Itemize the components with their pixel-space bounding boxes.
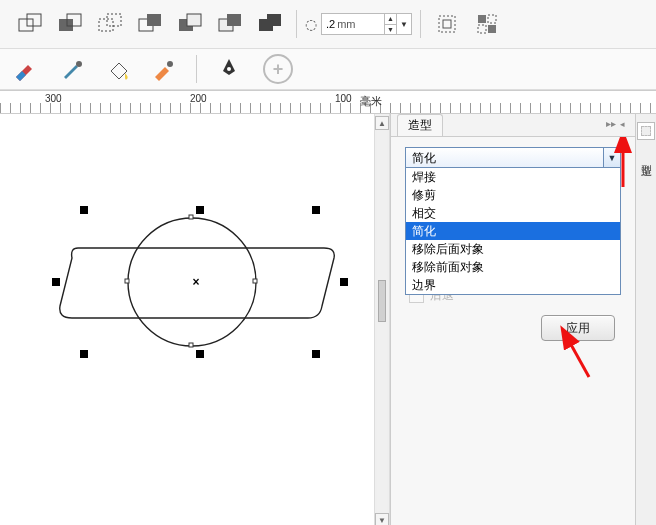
svg-rect-30 xyxy=(189,343,193,347)
outline-width-dropdown[interactable]: ▼ xyxy=(397,13,412,35)
ruler-tick-300: 300 xyxy=(45,93,62,104)
svg-point-25 xyxy=(227,67,231,71)
vertical-scrollbar[interactable]: ▲ ▼ xyxy=(374,114,390,525)
svg-rect-2 xyxy=(59,19,73,31)
svg-rect-1 xyxy=(27,14,41,26)
selection-center-icon: × xyxy=(192,275,199,289)
group-toggle-icon[interactable] xyxy=(469,6,505,42)
svg-line-32 xyxy=(569,341,589,377)
pen-tool-icon[interactable] xyxy=(211,51,247,87)
option-weld[interactable]: 焊接 xyxy=(406,168,620,186)
outline-width-unit: mm xyxy=(335,18,355,30)
svg-rect-27 xyxy=(189,215,193,219)
selection-handle[interactable] xyxy=(196,350,204,358)
svg-rect-5 xyxy=(107,14,121,26)
option-trim[interactable]: 修剪 xyxy=(406,186,620,204)
svg-rect-0 xyxy=(19,19,33,31)
shaping-mode-value: 简化 xyxy=(412,150,436,167)
shaping-mode-dropdown[interactable]: 焊接 修剪 相交 简化 移除后面对象 移除前面对象 边界 xyxy=(405,167,621,295)
svg-rect-19 xyxy=(488,15,496,23)
svg-rect-17 xyxy=(488,25,496,33)
svg-rect-11 xyxy=(227,14,241,26)
selection-handle[interactable] xyxy=(340,278,348,286)
svg-rect-28 xyxy=(125,279,129,283)
svg-rect-16 xyxy=(478,15,486,23)
outline-width-field[interactable]: .2 mm ▲▼ xyxy=(321,13,397,35)
trim-icon[interactable] xyxy=(52,6,88,42)
selection-handle[interactable] xyxy=(312,206,320,214)
weld-icon[interactable] xyxy=(12,6,48,42)
outline-width-stepper[interactable]: ▲▼ xyxy=(384,14,396,34)
simplify-icon[interactable] xyxy=(132,6,168,42)
selection-handle[interactable] xyxy=(52,278,60,286)
svg-rect-13 xyxy=(267,14,281,26)
shaping-mode-combo[interactable]: 简化 ▼ xyxy=(405,147,621,169)
color-swap-icon[interactable] xyxy=(146,51,182,87)
svg-rect-18 xyxy=(478,25,486,33)
side-tab-shaping[interactable]: 造型 xyxy=(637,150,656,162)
svg-rect-29 xyxy=(253,279,257,283)
side-tab-icon[interactable] xyxy=(637,122,655,140)
back-minus-front-icon[interactable] xyxy=(212,6,248,42)
scroll-down-icon[interactable]: ▼ xyxy=(375,513,389,525)
scroll-up-icon[interactable]: ▲ xyxy=(375,116,389,130)
option-boundary[interactable]: 边界 xyxy=(406,276,620,294)
option-simplify[interactable]: 简化 xyxy=(406,222,620,240)
svg-rect-7 xyxy=(147,14,161,26)
svg-rect-9 xyxy=(187,14,201,26)
apply-button[interactable]: 应用 xyxy=(541,315,615,341)
dropper-fill-icon[interactable] xyxy=(8,51,44,87)
toolbar-tools: + xyxy=(0,49,656,90)
svg-marker-23 xyxy=(155,67,169,81)
canvas[interactable]: × xyxy=(0,114,374,525)
ruler-unit: 毫米 xyxy=(360,94,382,109)
selection-handle[interactable] xyxy=(80,206,88,214)
ruler-tick-200: 200 xyxy=(190,93,207,104)
selection-handle[interactable] xyxy=(80,350,88,358)
option-remove-back[interactable]: 移除后面对象 xyxy=(406,240,620,258)
scroll-thumb[interactable] xyxy=(378,280,386,322)
docker-flyout-icon[interactable]: ▸▸ ◂ xyxy=(606,118,625,129)
paint-bucket-icon[interactable] xyxy=(100,51,136,87)
shaping-docker: 造型 ▸▸ ◂ 简化 ▼ 焊接 修剪 相交 简化 移除后面对象 移除前面对象 边… xyxy=(390,114,656,525)
svg-rect-14 xyxy=(439,16,455,32)
snap-toggle-icon[interactable] xyxy=(429,6,465,42)
separator xyxy=(196,55,197,83)
svg-rect-4 xyxy=(99,19,113,31)
eyedropper-icon[interactable] xyxy=(54,51,90,87)
scroll-track[interactable] xyxy=(377,130,387,513)
outline-width-value: .2 xyxy=(326,18,335,30)
tab-shaping[interactable]: 造型 xyxy=(397,114,443,136)
intersect-icon[interactable] xyxy=(92,6,128,42)
apply-button-label: 应用 xyxy=(566,320,590,337)
svg-point-24 xyxy=(167,61,173,67)
selection-handle[interactable] xyxy=(312,350,320,358)
option-intersect[interactable]: 相交 xyxy=(406,204,620,222)
boundary-icon[interactable] xyxy=(252,6,288,42)
separator xyxy=(296,10,297,38)
separator xyxy=(420,10,421,38)
ruler-tick-100: 100 xyxy=(335,93,352,104)
docker-tabs: 造型 ▸▸ ◂ xyxy=(391,114,635,137)
chevron-down-icon[interactable]: ▼ xyxy=(603,148,620,168)
toolbar-shape-ops: ◌ .2 mm ▲▼ ▼ xyxy=(0,0,656,49)
docker-side-tabs: 造型 xyxy=(635,114,656,525)
option-remove-front[interactable]: 移除前面对象 xyxy=(406,258,620,276)
selection-handle[interactable] xyxy=(196,206,204,214)
svg-point-22 xyxy=(76,61,82,67)
front-minus-back-icon[interactable] xyxy=(172,6,208,42)
add-tool-button[interactable]: + xyxy=(263,54,293,84)
horizontal-ruler: 300 200 100 毫米 xyxy=(0,90,656,114)
svg-rect-15 xyxy=(443,20,451,28)
outline-pen-icon: ◌ xyxy=(305,16,317,32)
